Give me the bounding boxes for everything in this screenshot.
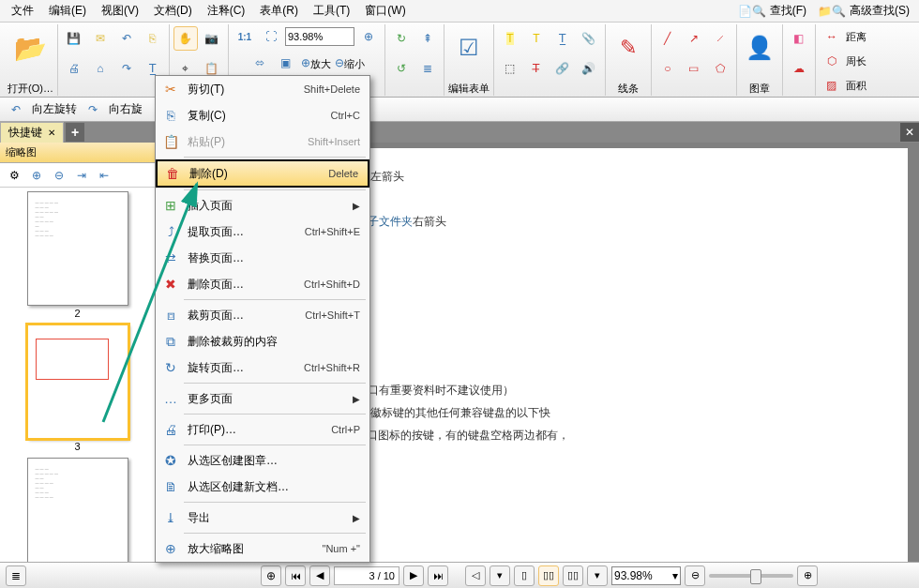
stamp-btn[interactable]: 👤 (741, 24, 778, 71)
page-number-box[interactable]: 3 / 10 (334, 566, 399, 585)
thumbnail-item[interactable]: — — — — —— — —— — — — —— —— — — ——— — ——… (27, 191, 128, 319)
thumb-import[interactable]: ⇥ (71, 165, 92, 186)
cloud-btn[interactable]: ☁ (787, 56, 811, 81)
fit-visible-btn[interactable]: ▣ (274, 51, 298, 75)
cm-crop-pages[interactable]: ⧈裁剪页面…Ctrl+Shift+T (156, 302, 369, 328)
scan-button[interactable]: ⌂ (88, 56, 113, 81)
cm-insert-pages[interactable]: ⊞插入页面▶ (156, 192, 369, 219)
dist-btn[interactable]: ↔ (820, 24, 844, 49)
rotate-right-btn[interactable]: ↷ (81, 98, 105, 122)
actual-size-btn[interactable]: 1:1 (233, 24, 257, 49)
link-btn[interactable]: 🔗 (550, 56, 575, 81)
fit-page-btn[interactable]: ⛶ (259, 24, 283, 49)
thumbnail-page-3[interactable] (27, 324, 128, 439)
zoom-out-btn[interactable]: ⊖缩小 (334, 51, 366, 75)
rotate-cw-btn[interactable]: ↻ (389, 26, 414, 51)
perim-btn[interactable]: ⬡ (820, 49, 844, 73)
menu-find[interactable]: 📄🔍查找(F) (732, 1, 812, 21)
cm-replace-pages[interactable]: ⇄替换页面… (156, 245, 369, 271)
zoom-out-status[interactable]: ⊖ (685, 565, 705, 586)
cm-delete-cropped[interactable]: ⧉删除被裁剪的内容 (156, 328, 369, 354)
email-button[interactable]: ✉ (88, 26, 113, 51)
prev-page-btn[interactable]: ◀ (309, 565, 330, 586)
cm-enlarge-thumbs[interactable]: ⊕放大缩略图"Num +" (156, 535, 369, 562)
close-icon[interactable]: ✕ (48, 128, 55, 138)
rect-btn[interactable]: ▭ (682, 56, 706, 81)
rotate-left-btn[interactable]: ↶ (4, 98, 28, 122)
hand-tool[interactable]: ✋ (173, 26, 198, 51)
doc-up-btn[interactable]: ⇞ (415, 26, 440, 51)
print-button[interactable]: 🖨 (62, 56, 86, 81)
snapshot-tool[interactable]: 📷 (200, 26, 224, 51)
first-page-btn[interactable]: ⏮ (285, 565, 306, 586)
cm-delete[interactable]: 🗑删除(D)Delete (156, 159, 369, 188)
thumbnail-item[interactable]: — — —— — — — —— —— — — —— —— — —— — — — (27, 458, 128, 562)
cm-create-doc[interactable]: 🗎从选区创建新文档… (156, 474, 369, 500)
cursor-pos-btn[interactable]: ⊕ (261, 565, 281, 586)
thumb-zoom-out[interactable]: ⊖ (49, 165, 69, 186)
attach-btn[interactable]: 📎 (577, 26, 601, 51)
menu-tools[interactable]: 工具(T) (306, 1, 357, 21)
tab-active[interactable]: 快捷键✕ (0, 122, 64, 143)
menu-edit[interactable]: 编辑(E) (41, 1, 94, 21)
text-box-btn[interactable]: T (524, 26, 549, 51)
thumb-export[interactable]: ⇤ (94, 165, 114, 186)
cm-extract-pages[interactable]: ⤴提取页面…Ctrl+Shift+E (156, 219, 369, 245)
thumbnail-page-4[interactable]: — — —— — — — —— —— — — —— —— — —— — — — (27, 458, 128, 562)
rotate-ccw-btn[interactable]: ↺ (389, 56, 414, 81)
last-page-btn[interactable]: ⏭ (428, 565, 448, 586)
layout-cont-btn[interactable]: ▯▯ (538, 565, 559, 586)
cm-copy[interactable]: ⎘复制(C)Ctrl+C (156, 102, 369, 128)
tab-add[interactable]: + (66, 123, 84, 142)
cm-cut[interactable]: ✂剪切(T)Shift+Delete (156, 76, 369, 102)
cm-delete-pages[interactable]: ✖删除页面…Ctrl+Shift+D (156, 271, 369, 297)
cm-rotate-pages[interactable]: ↻旋转页面…Ctrl+Shift+R (156, 354, 369, 381)
layout-menu-btn[interactable]: ▾ (587, 565, 608, 586)
area-btn[interactable]: ▨ (820, 73, 844, 98)
thumb-zoom-in[interactable]: ⊕ (26, 165, 47, 186)
undo-button[interactable]: ↶ (114, 26, 139, 51)
strike-btn[interactable]: T̶ (524, 56, 549, 81)
layout-facing-btn[interactable]: ▯▯ (563, 565, 583, 586)
thumbnail-item[interactable]: 3 (27, 324, 128, 452)
next-page-btn[interactable]: ▶ (403, 565, 424, 586)
polyline-btn[interactable]: ⟋ (708, 26, 732, 51)
select-rect-btn[interactable]: ⬚ (498, 56, 522, 81)
zoom-plus-btn[interactable]: ⊕放大 (300, 51, 332, 75)
zoom-in-btn[interactable]: ⊕ (356, 24, 381, 49)
menu-document[interactable]: 文档(D) (146, 1, 200, 21)
menu-comment[interactable]: 注释(C) (200, 1, 253, 21)
cm-create-stamp[interactable]: ✪从选区创建图章… (156, 447, 369, 474)
open-button[interactable]: 📂 (11, 24, 49, 71)
zoom-combo[interactable] (285, 27, 354, 46)
menu-forms[interactable]: 表单(R) (252, 1, 306, 21)
tab-close-right[interactable]: ✕ (900, 123, 919, 142)
nav-menu-btn[interactable]: ▾ (490, 565, 510, 586)
cm-print[interactable]: 🖨打印(P)…Ctrl+P (156, 416, 369, 443)
nav-back-btn[interactable]: ◁ (465, 565, 486, 586)
highlight-btn[interactable]: T (498, 26, 522, 51)
underline-btn[interactable]: T̲ (550, 26, 575, 51)
lines-btn[interactable]: ✎ (610, 24, 647, 71)
thumb-stat-opts[interactable]: ≣ (6, 565, 26, 586)
status-zoom-combo[interactable]: 93.98%▾ (611, 566, 681, 585)
copy-button[interactable]: ⎘ (141, 26, 165, 51)
layout-single-btn[interactable]: ▯ (514, 565, 535, 586)
line-btn[interactable]: ╱ (655, 26, 680, 51)
doc-text-btn[interactable]: ≣ (415, 56, 440, 81)
thumbnail-page-2[interactable]: — — — — —— — —— — — — —— —— — — ——— — ——… (27, 191, 128, 306)
cm-paste[interactable]: 📋粘贴(P)Shift+Insert (156, 128, 369, 155)
zoom-slider[interactable] (709, 574, 793, 578)
doc-link[interactable]: 子文件夹 (368, 215, 413, 228)
zoom-in-status[interactable]: ⊕ (797, 565, 818, 586)
thumb-options[interactable]: ⚙ (4, 165, 24, 186)
cm-more-pages[interactable]: …更多页面▶ (156, 385, 369, 412)
cm-export[interactable]: ⤓导出▶ (156, 505, 369, 531)
arrow-btn[interactable]: ↗ (682, 26, 706, 51)
menu-window[interactable]: 窗口(W) (357, 1, 413, 21)
save-button[interactable]: 💾 (62, 26, 86, 51)
eraser-btn[interactable]: ◧ (787, 26, 811, 51)
circle-btn[interactable]: ○ (655, 56, 680, 81)
fit-width-btn[interactable]: ⬄ (248, 51, 272, 75)
menu-adv-find[interactable]: 📁🔍高级查找(S) (812, 1, 915, 21)
